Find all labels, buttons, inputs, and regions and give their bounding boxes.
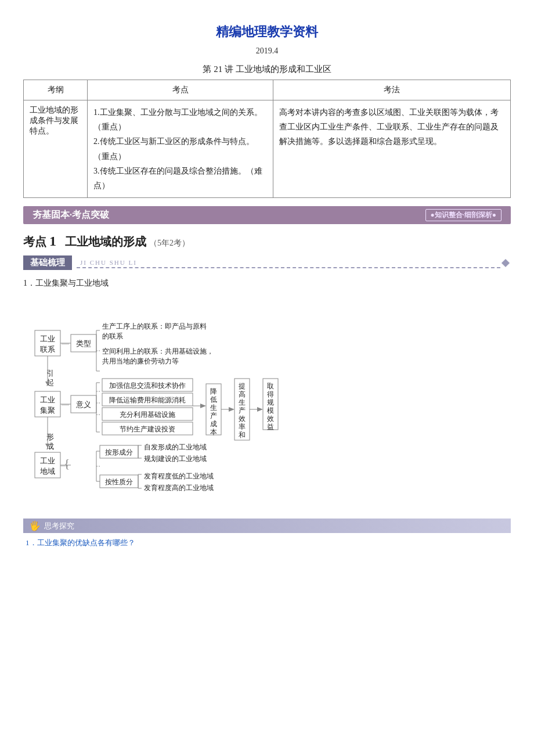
svg-text:工业: 工业 bbox=[40, 456, 55, 465]
svg-text:生产工序上的联系：即产品与原料: 生产工序上的联系：即产品与原料 bbox=[102, 322, 207, 330]
svg-text:自发形成的工业地域: 自发形成的工业地域 bbox=[144, 443, 207, 451]
col-header-methods: 考法 bbox=[273, 80, 511, 100]
svg-text:{: { bbox=[64, 456, 70, 470]
svg-marker-42 bbox=[200, 404, 206, 408]
table-cell-points: 1.工业集聚、工业分散与工业地域之间的关系。（重点） 2.传统工业区与新工业区的… bbox=[88, 100, 273, 198]
svg-text:地域: 地域 bbox=[39, 467, 55, 476]
jichushuli-label: 基础梳理 bbox=[23, 255, 72, 270]
svg-marker-61 bbox=[257, 407, 263, 412]
diagram-area: 工业 联系 类型 — 生产工序上的联系：即产品与原料 的联系 空间利用上的联系：… bbox=[23, 296, 511, 507]
date-line: 2019.4 bbox=[23, 46, 511, 56]
svg-text:益: 益 bbox=[267, 423, 274, 431]
subsection1-label: 1．工业集聚与工业地域 bbox=[23, 278, 511, 289]
section1-num: 1 bbox=[49, 233, 56, 249]
svg-text:得: 得 bbox=[267, 390, 274, 398]
svg-text:联系: 联系 bbox=[40, 345, 55, 354]
svg-text:规: 规 bbox=[267, 398, 274, 406]
svg-text:类型: 类型 bbox=[76, 339, 91, 348]
section1-heading: 考点 1 工业地域的形成 （5年2考） bbox=[23, 233, 511, 250]
svg-text:高: 高 bbox=[239, 390, 246, 398]
svg-text:效: 效 bbox=[239, 415, 246, 423]
page-title: 精编地理教学资料 bbox=[23, 23, 511, 41]
svg-text:充分利用基础设施: 充分利用基础设施 bbox=[120, 411, 175, 419]
svg-text:提: 提 bbox=[239, 382, 246, 390]
svg-text:集聚: 集聚 bbox=[40, 406, 55, 415]
table-cell-methods: 高考对本讲内容的考查多以区域图、工业关联图等为载体，考查工业区内工业生产条件、工… bbox=[273, 100, 511, 198]
svg-text:降低运输费用和能源消耗: 降低运输费用和能源消耗 bbox=[109, 396, 186, 404]
lecture-title: 第 21 讲 工业地域的形成和工业区 bbox=[23, 64, 511, 75]
svg-text:成: 成 bbox=[210, 420, 217, 428]
svg-text:按形成分: 按形成分 bbox=[105, 448, 133, 456]
svg-text:节约生产建设投资: 节约生产建设投资 bbox=[120, 425, 175, 433]
table-cell-syllabus: 工业地域的形 成条件与发展 特点。 bbox=[24, 100, 88, 198]
svg-text:本: 本 bbox=[210, 428, 217, 436]
col-header-points: 考点 bbox=[88, 80, 273, 100]
think-icon: 🖐 bbox=[29, 520, 41, 531]
svg-text:率: 率 bbox=[239, 423, 246, 431]
svg-text:取: 取 bbox=[267, 382, 274, 390]
think-question: 1．工业集聚的优缺点各有哪些？ bbox=[26, 538, 511, 548]
banner-label: 夯基固本·考点突破 bbox=[33, 209, 109, 221]
svg-text:和: 和 bbox=[239, 431, 246, 439]
dashed-line: JI CHU SHU LI bbox=[77, 258, 500, 268]
svg-text:空间利用上的联系：共用基础设施，: 空间利用上的联系：共用基础设施， bbox=[102, 347, 214, 355]
think-section: 🖐 思考探究 1．工业集聚的优缺点各有哪些？ bbox=[23, 519, 511, 548]
svg-text:意义: 意义 bbox=[75, 400, 91, 409]
svg-text:低: 低 bbox=[210, 395, 217, 404]
svg-text:工业: 工业 bbox=[40, 395, 55, 404]
col-header-syllabus: 考纲 bbox=[24, 80, 88, 100]
section1-title: 工业地域的形成 bbox=[65, 235, 146, 248]
svg-text:降: 降 bbox=[210, 387, 217, 395]
svg-text:模: 模 bbox=[267, 406, 274, 415]
svg-text:工业: 工业 bbox=[40, 334, 55, 343]
svg-text:产: 产 bbox=[210, 412, 217, 420]
svg-text:—: — bbox=[61, 339, 70, 347]
svg-text:生: 生 bbox=[210, 404, 217, 412]
svg-text:发育程度高的工业地域: 发育程度高的工业地域 bbox=[144, 484, 214, 492]
jichushuli-bar: 基础梳理 JI CHU SHU LI bbox=[23, 255, 511, 270]
svg-marker-51 bbox=[229, 407, 234, 412]
svg-text:—: — bbox=[61, 399, 70, 408]
svg-text:生: 生 bbox=[239, 398, 246, 406]
svg-text:共用当地的廉价劳动力等: 共用当地的廉价劳动力等 bbox=[102, 357, 179, 365]
syllabus-table: 考纲 考点 考法 工业地域的形 成条件与发展 特点。 1.工业集聚、工业分散与工… bbox=[23, 80, 511, 198]
svg-text:规划建设的工业地域: 规划建设的工业地域 bbox=[144, 455, 207, 463]
diamond-icon bbox=[501, 259, 510, 267]
banner-strip: 夯基固本·考点突破 ●知识整合·细剖深析● bbox=[23, 206, 511, 224]
think-bar: 🖐 思考探究 bbox=[23, 519, 511, 533]
section1-prefix: 考点 bbox=[23, 235, 46, 248]
svg-text:产: 产 bbox=[239, 406, 246, 415]
svg-text:效: 效 bbox=[267, 415, 274, 423]
svg-text:发育程度低的工业地域: 发育程度低的工业地域 bbox=[144, 472, 214, 480]
svg-text:加强信息交流和技术协作: 加强信息交流和技术协作 bbox=[109, 381, 186, 390]
svg-text:的联系: 的联系 bbox=[102, 332, 123, 340]
section1-subtitle: （5年2考） bbox=[149, 239, 190, 247]
banner-right-label: ●知识整合·细剖深析● bbox=[425, 209, 502, 221]
jichushuli-pinyin: JI CHU SHU LI bbox=[80, 259, 137, 266]
flow-diagram: 工业 联系 类型 — 生产工序上的联系：即产品与原料 的联系 空间利用上的联系：… bbox=[23, 296, 511, 505]
think-bar-label: 思考探究 bbox=[44, 521, 74, 531]
svg-text:按性质分: 按性质分 bbox=[105, 478, 133, 486]
